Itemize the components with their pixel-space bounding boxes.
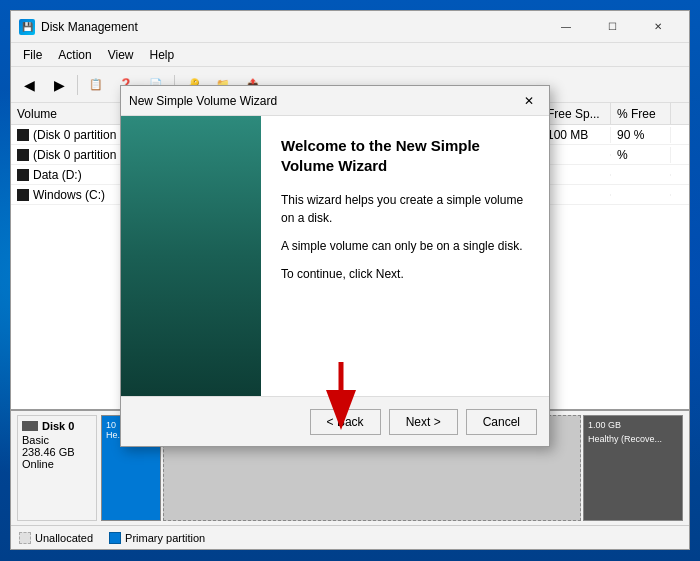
back-button[interactable]: < Back: [310, 409, 381, 435]
cell-pctfree-2: [611, 174, 671, 176]
maximize-button[interactable]: ☐: [589, 11, 635, 43]
menu-bar: File Action View Help: [11, 43, 689, 67]
legend: Unallocated Primary partition: [11, 525, 689, 549]
col-header-freesp: Free Sp...: [541, 103, 611, 124]
legend-box-unallocated: [19, 532, 31, 544]
close-button[interactable]: ✕: [635, 11, 681, 43]
disk-indicator-2: [17, 169, 29, 181]
cell-freesp-0: 100 MB: [541, 127, 611, 143]
disk-segment-recovery: 1.00 GB Healthy (Recove...: [583, 415, 683, 521]
menu-action[interactable]: Action: [50, 46, 99, 64]
wizard-dialog: New Simple Volume Wizard ✕ Welcome to th…: [120, 85, 550, 447]
cell-freesp-1: [541, 154, 611, 156]
window-controls: — ☐ ✕: [543, 11, 681, 43]
wizard-title-text: New Simple Volume Wizard: [129, 94, 517, 108]
legend-item-primary: Primary partition: [109, 532, 205, 544]
legend-box-primary: [109, 532, 121, 544]
wizard-footer: < Back Next > Cancel: [121, 396, 549, 446]
back-button[interactable]: ◀: [15, 71, 43, 99]
wizard-text-3: To continue, click Next.: [281, 265, 529, 283]
menu-view[interactable]: View: [100, 46, 142, 64]
disk-type: Basic: [22, 434, 92, 446]
wizard-close-button[interactable]: ✕: [517, 91, 541, 111]
forward-button[interactable]: ▶: [45, 71, 73, 99]
cell-pctfree-1: %: [611, 147, 671, 163]
cell-pctfree-3: [611, 194, 671, 196]
wizard-body: Welcome to the New Simple Volume Wizard …: [121, 116, 549, 396]
wizard-sidebar: [121, 116, 261, 396]
legend-item-unallocated: Unallocated: [19, 532, 93, 544]
wizard-title-bar: New Simple Volume Wizard ✕: [121, 86, 549, 116]
toolbar-btn-1[interactable]: 📋: [82, 71, 110, 99]
menu-file[interactable]: File: [15, 46, 50, 64]
disk-size: 238.46 GB: [22, 446, 92, 458]
disk-indicator-3: [17, 189, 29, 201]
col-header-pctfree: % Free: [611, 103, 671, 124]
cancel-button[interactable]: Cancel: [466, 409, 537, 435]
wizard-content: Welcome to the New Simple Volume Wizard …: [261, 116, 549, 396]
cell-freesp-2: [541, 174, 611, 176]
legend-label-primary: Primary partition: [125, 532, 205, 544]
next-button[interactable]: Next >: [389, 409, 458, 435]
wizard-heading: Welcome to the New Simple Volume Wizard: [281, 136, 529, 175]
window-title: Disk Management: [41, 20, 543, 34]
legend-label-unallocated: Unallocated: [35, 532, 93, 544]
toolbar-separator-1: [77, 75, 78, 95]
wizard-text-2: A simple volume can only be on a single …: [281, 237, 529, 255]
app-icon: 💾: [19, 19, 35, 35]
disk-label: Disk 0 Basic 238.46 GB Online: [17, 415, 97, 521]
wizard-text-1: This wizard helps you create a simple vo…: [281, 191, 529, 227]
menu-help[interactable]: Help: [142, 46, 183, 64]
disk-indicator-0: [17, 129, 29, 141]
disk-status: Online: [22, 458, 92, 470]
title-bar: 💾 Disk Management — ☐ ✕: [11, 11, 689, 43]
minimize-button[interactable]: —: [543, 11, 589, 43]
cell-pctfree-0: 90 %: [611, 127, 671, 143]
cell-freesp-3: [541, 194, 611, 196]
disk-indicator-1: [17, 149, 29, 161]
